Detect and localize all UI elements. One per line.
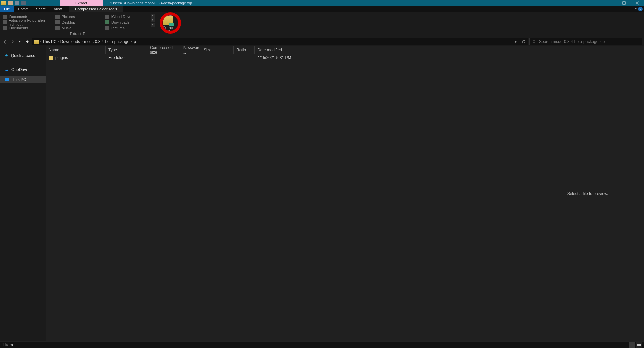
view-details-button[interactable]	[629, 342, 635, 348]
folder-icon	[3, 26, 7, 30]
nav-history-dropdown[interactable]: ▾	[17, 39, 23, 45]
tab-file[interactable]: File	[0, 6, 14, 12]
extract-dest-icloud[interactable]: iCloud Drive	[104, 14, 154, 19]
column-header-compressed[interactable]: Compressed size	[147, 46, 180, 54]
column-header-date[interactable]: Date modified	[255, 46, 296, 54]
extract-dest-fotos[interactable]: Fotos vom Fotografen - nicht gut	[2, 19, 54, 25]
breadcrumb-root-icon	[34, 40, 39, 44]
window-title: C:\Users\ \Downloads\mcdc-0.8.4-beta-pac…	[107, 0, 192, 6]
svg-line-5	[535, 42, 536, 43]
app-icon	[1, 1, 6, 5]
tab-compressed-folder-tools[interactable]: Compressed Folder Tools	[69, 6, 123, 12]
ribbon-group-label: Extract To	[0, 32, 156, 36]
file-name: plugins	[55, 55, 68, 60]
breadcrumb-sep-icon[interactable]: ›	[40, 40, 41, 43]
column-headers: Name ˄ Type Compressed size Password ...…	[46, 46, 531, 54]
breadcrumb-downloads[interactable]: Downloads	[60, 39, 80, 44]
address-history-dropdown[interactable]: ▾	[512, 38, 520, 45]
file-row[interactable]: plugins File folder 4/15/2021 5:31 PM	[46, 54, 531, 61]
svg-rect-6	[5, 78, 9, 81]
breadcrumb-this-pc[interactable]: This PC	[42, 39, 57, 44]
nav-back-button[interactable]	[2, 39, 8, 45]
folder-icon	[55, 15, 60, 19]
extract-dest-label: Desktop	[62, 20, 75, 24]
monitor-icon	[5, 78, 9, 82]
folder-icon	[105, 15, 109, 19]
preview-placeholder: Select a file to preview.	[567, 191, 608, 196]
qat-undo-icon[interactable]	[21, 1, 26, 5]
breadcrumb-archive[interactable]: mcdc-0.8.4-beta-package.zip	[84, 39, 136, 44]
extract-all-button[interactable]: Extract all	[162, 15, 174, 33]
status-bar: 1 item	[0, 341, 644, 348]
breadcrumb-sep-icon[interactable]: ›	[58, 40, 59, 43]
tab-view[interactable]: View	[50, 6, 66, 12]
extract-dest-label: Pictures	[62, 15, 75, 19]
quick-access-toolbar: ▾	[0, 1, 32, 5]
svg-rect-12	[639, 344, 641, 345]
extract-dest-downloads[interactable]: Downloads	[104, 19, 154, 25]
ribbon: Documents Pictures iCloud Drive Fotos vo…	[0, 12, 644, 37]
nav-onedrive[interactable]: ☁ OneDrive	[0, 66, 46, 73]
tab-share[interactable]: Share	[32, 6, 50, 12]
column-header-size[interactable]: Size	[201, 46, 234, 54]
folder-icon	[3, 15, 7, 19]
nav-spacer	[0, 59, 46, 66]
download-icon	[105, 20, 109, 24]
cloud-icon: ☁	[5, 67, 9, 72]
svg-rect-11	[637, 344, 639, 345]
file-list-pane: Name ˄ Type Compressed size Password ...…	[46, 46, 531, 341]
column-header-type[interactable]: Type	[106, 46, 147, 54]
music-icon	[55, 26, 60, 30]
nav-quick-access[interactable]: ★ Quick access	[0, 52, 46, 59]
refresh-button[interactable]	[520, 38, 528, 45]
extract-dest-label: Documents	[9, 26, 28, 30]
nav-spacer	[0, 73, 46, 76]
qat-new-folder-icon[interactable]	[8, 1, 13, 5]
svg-rect-14	[639, 345, 641, 346]
extract-dest-pictures2[interactable]: Pictures	[104, 25, 154, 31]
status-item-count: 1 item	[2, 343, 13, 347]
gallery-up-button[interactable]: ▴	[151, 14, 155, 18]
window-maximize-button[interactable]	[617, 0, 631, 6]
help-button[interactable]: ?	[638, 7, 643, 11]
nav-forward-button[interactable]	[9, 39, 15, 45]
file-date-modified: 4/15/2021 5:31 PM	[255, 55, 296, 60]
gallery-down-button[interactable]: ▾	[151, 18, 155, 22]
view-large-icons-button[interactable]	[636, 342, 642, 348]
qat-properties-icon[interactable]	[15, 1, 19, 5]
extract-dest-pictures[interactable]: Pictures	[54, 14, 104, 19]
nav-label: OneDrive	[11, 67, 29, 72]
extract-dest-label: Music	[62, 26, 71, 30]
breadcrumb-sep-icon[interactable]: ›	[82, 40, 83, 43]
column-header-name[interactable]: Name ˄	[46, 46, 106, 54]
column-header-password[interactable]: Password ...	[180, 46, 201, 54]
svg-rect-13	[637, 345, 639, 346]
column-header-ratio[interactable]: Ratio	[234, 46, 255, 54]
folder-icon	[3, 20, 7, 24]
extract-dest-label: Downloads	[111, 20, 129, 24]
address-bar-row: ▾ › This PC › Downloads › mcdc-0.8.4-bet…	[0, 37, 644, 46]
nav-this-pc[interactable]: This PC	[0, 76, 46, 83]
qat-customize-dropdown[interactable]: ▾	[28, 1, 32, 5]
nav-label: Quick access	[11, 53, 35, 58]
search-icon	[532, 40, 536, 44]
contextual-tab-header: Extract	[60, 0, 103, 6]
extract-dest-documents2[interactable]: Documents	[2, 25, 54, 31]
ribbon-collapse-button[interactable]: ^	[635, 7, 637, 11]
search-placeholder: Search mcdc-0.8.4-beta-package.zip	[539, 39, 605, 44]
window-close-button[interactable]	[631, 0, 644, 6]
preview-pane: Select a file to preview.	[531, 46, 644, 341]
extract-to-group: Documents Pictures iCloud Drive Fotos vo…	[0, 12, 156, 37]
tab-home[interactable]: Home	[14, 6, 32, 12]
extract-dest-desktop[interactable]: Desktop	[54, 19, 104, 25]
gallery-more-button[interactable]: ▾	[151, 23, 155, 27]
file-type: File folder	[106, 55, 147, 60]
address-bar[interactable]: › This PC › Downloads › mcdc-0.8.4-beta-…	[32, 38, 528, 45]
extract-dest-label: Pictures	[111, 26, 125, 30]
window-minimize-button[interactable]	[604, 0, 617, 6]
search-box[interactable]: Search mcdc-0.8.4-beta-package.zip	[529, 38, 642, 45]
folder-icon	[55, 20, 60, 24]
extract-dest-label: iCloud Drive	[111, 15, 131, 19]
extract-dest-music[interactable]: Music	[54, 25, 104, 31]
nav-up-button[interactable]	[24, 39, 30, 45]
